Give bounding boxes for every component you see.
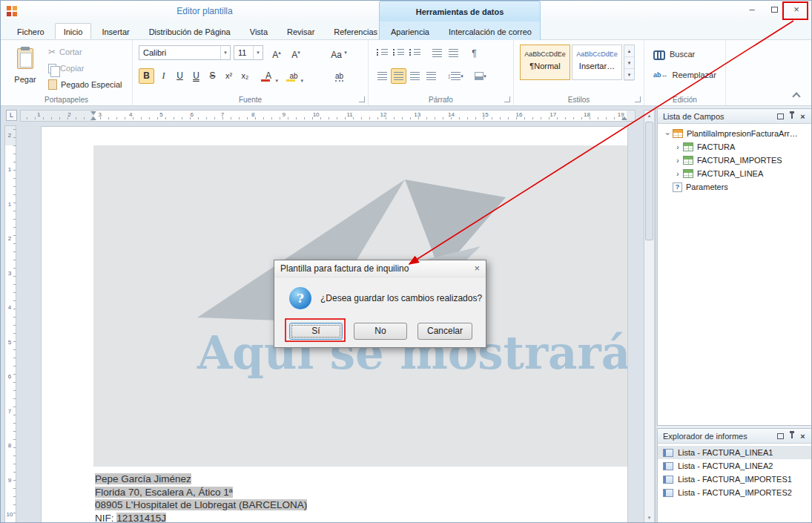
tab-apariencia[interactable]: Apariencia	[382, 23, 438, 39]
tab-intercalacion[interactable]: Intercalación de correo	[440, 23, 541, 39]
tab-referencias[interactable]: Referencias	[325, 23, 386, 39]
close-button[interactable]: ×	[789, 4, 804, 17]
increase-indent-button[interactable]	[446, 45, 461, 61]
shrink-font-button[interactable]: A▾	[288, 45, 303, 60]
dialog-close-icon[interactable]: ×	[474, 263, 480, 274]
font-family-combo[interactable]: Calibri ▾	[139, 45, 231, 60]
tree-item[interactable]: › ? Parameters	[658, 180, 811, 194]
cut-button[interactable]: ✂ Cortar	[48, 45, 82, 59]
tree-item[interactable]: › ? PlantillaImpresionFacturaArr…	[658, 127, 811, 140]
pin-panel-button[interactable]	[786, 430, 797, 441]
paste-special-button[interactable]: Pegado Especial	[48, 77, 122, 92]
document-scrollbar[interactable]: ▴ ▾	[644, 110, 655, 523]
report-list-item[interactable]: Lista - FACTURA_LINEA1	[658, 446, 811, 459]
ruler-number: 2	[8, 235, 11, 242]
chevron-down-icon[interactable]: ▾	[253, 46, 263, 59]
address-block[interactable]: Pepe García Jiménez Florida 70, Escalera…	[95, 473, 307, 523]
italic-button[interactable]: I	[156, 68, 171, 84]
decrease-indent-button[interactable]	[429, 45, 445, 61]
first-line-indent-marker[interactable]	[90, 111, 96, 115]
dialog-launcher-icon[interactable]	[504, 96, 510, 102]
text-effects-button[interactable]: ab	[331, 68, 347, 84]
scroll-up-icon[interactable]: ▴	[644, 111, 654, 120]
style-insert[interactable]: AaBbCcDdEe Insertar…	[572, 45, 622, 80]
gallery-up-icon[interactable]: ▴	[624, 45, 634, 57]
minimize-button[interactable]: –	[745, 4, 759, 17]
double-underline-button[interactable]: U	[188, 68, 204, 84]
tab-insertar[interactable]: Insertar	[93, 23, 138, 39]
report-list-item[interactable]: Lista - FACTURA_IMPORTES2	[658, 486, 811, 499]
tab-revisar[interactable]: Revisar	[278, 23, 323, 39]
expand-icon[interactable]: ›	[674, 170, 681, 178]
ruler-number: 7	[221, 111, 224, 118]
hanging-indent-marker[interactable]	[90, 116, 96, 120]
style-gallery-scroll[interactable]: ▴ ▾ ▾	[624, 45, 635, 80]
align-right-button[interactable]	[407, 68, 423, 84]
grow-font-button[interactable]: A▴	[269, 45, 284, 60]
scroll-down-icon[interactable]: ▾	[644, 513, 654, 522]
pin-panel-button[interactable]	[786, 111, 797, 122]
report-item-label: Lista - FACTURA_IMPORTES1	[678, 475, 792, 484]
bold-button[interactable]: B	[139, 68, 154, 84]
tree-item[interactable]: › ? FACTURA_IMPORTES	[658, 154, 811, 167]
tree-item[interactable]: › ? FACTURA	[658, 140, 811, 154]
tab-stop-selector[interactable]: L	[6, 110, 17, 121]
dialog-launcher-icon[interactable]	[635, 96, 641, 102]
float-panel-button[interactable]	[775, 111, 786, 122]
chevron-down-icon[interactable]: ▾	[275, 73, 278, 88]
expand-icon[interactable]: ›	[674, 157, 681, 165]
align-left-button[interactable]	[374, 68, 390, 84]
underline-button[interactable]: U	[172, 68, 188, 84]
highlight-color-button[interactable]: ab▾	[283, 68, 305, 84]
gallery-down-icon[interactable]: ▾	[624, 57, 634, 69]
change-case-button[interactable]: Aa ▾	[327, 45, 351, 60]
close-panel-button[interactable]: ×	[797, 430, 808, 441]
float-panel-button[interactable]	[775, 430, 786, 441]
find-button[interactable]: Buscar	[653, 47, 695, 61]
tab-vista[interactable]: Vista	[241, 23, 277, 39]
ruler-number: 18	[584, 111, 590, 118]
yes-button[interactable]: Sí	[289, 323, 343, 340]
restore-button[interactable]	[767, 4, 782, 17]
style-normal[interactable]: AaBbCcDdEe ¶Normal	[520, 45, 570, 80]
subscript-button[interactable]: x₂	[237, 68, 253, 84]
font-size-combo[interactable]: 11 ▾	[234, 45, 263, 60]
report-list-item[interactable]: Lista - FACTURA_LINEA2	[658, 459, 811, 473]
line-spacing-button[interactable]: ↕▾	[444, 68, 466, 84]
gallery-more-icon[interactable]: ▾	[624, 69, 634, 81]
multilevel-list-button[interactable]	[407, 45, 423, 61]
expand-icon[interactable]: ›	[674, 143, 681, 151]
font-color-button[interactable]: A▾	[257, 68, 280, 84]
numbering-button[interactable]	[391, 45, 406, 61]
replace-button[interactable]: ab↔ Reemplazar	[653, 68, 716, 82]
bullets-button[interactable]	[374, 45, 390, 61]
expand-icon[interactable]: ›	[664, 130, 672, 137]
right-indent-marker[interactable]	[621, 116, 627, 120]
strikethrough-button[interactable]: S	[205, 68, 220, 84]
shading-button[interactable]: ▾	[469, 68, 492, 84]
collapse-ribbon-icon[interactable]	[792, 92, 800, 100]
vertical-ruler[interactable]: 2112345678910	[4, 125, 16, 523]
ruler-number: 1	[8, 166, 11, 173]
tab-distribucion[interactable]: Distribución de Página	[140, 23, 240, 39]
dialog-launcher-icon[interactable]	[359, 96, 365, 102]
copy-button[interactable]: Copiar	[48, 61, 84, 76]
tab-inicio[interactable]: Inicio	[55, 23, 92, 39]
show-marks-button[interactable]: ¶	[466, 45, 482, 61]
chevron-down-icon[interactable]: ▾	[300, 73, 303, 88]
chevron-down-icon[interactable]: ▾	[220, 46, 230, 59]
paste-button[interactable]: Pegar	[8, 44, 42, 97]
superscript-button[interactable]: x²	[221, 68, 237, 84]
report-list-item[interactable]: Lista - FACTURA_IMPORTES1	[658, 473, 811, 486]
scrollbar-thumb[interactable]	[645, 122, 653, 240]
no-button[interactable]: No	[354, 323, 407, 340]
cancel-button[interactable]: Cancelar	[417, 323, 472, 340]
decrease-indent-icon	[432, 49, 442, 57]
tab-fichero[interactable]: Fichero	[8, 23, 53, 39]
justify-button[interactable]	[423, 68, 439, 84]
dialog-title[interactable]: Plantilla para factura de inquilino	[274, 260, 486, 277]
horizontal-ruler[interactable]: 12345678910111213141516171819	[20, 110, 636, 122]
close-panel-button[interactable]: ×	[797, 111, 808, 122]
tree-item[interactable]: › ? FACTURA_LINEA	[658, 167, 811, 180]
align-center-button[interactable]	[391, 68, 406, 84]
